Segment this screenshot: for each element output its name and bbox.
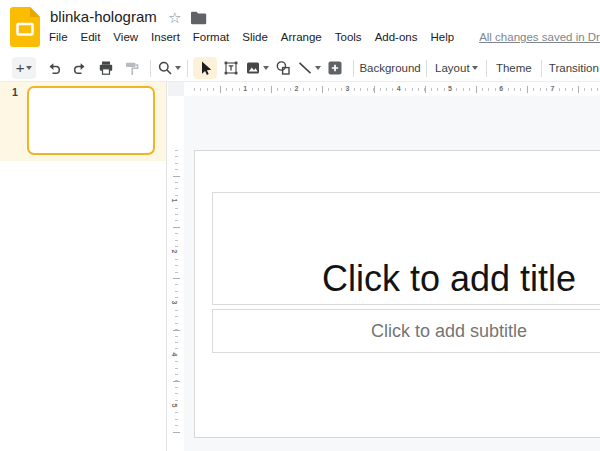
undo-button[interactable] <box>42 57 66 79</box>
print-button[interactable] <box>94 57 118 79</box>
redo-button[interactable] <box>68 57 92 79</box>
insert-shape-button[interactable] <box>271 57 295 79</box>
undo-icon <box>46 60 62 76</box>
horizontal-ruler: 1 2 3 4 5 6 7 <box>184 82 600 96</box>
subtitle-placeholder-text: Click to add subtitle <box>371 321 527 342</box>
ruler-number: 2 <box>293 84 299 93</box>
menu-tools[interactable]: Tools <box>335 31 362 43</box>
ruler-number: 2 <box>170 249 179 255</box>
slides-logo-icon[interactable] <box>10 7 40 47</box>
ruler-number: 5 <box>447 84 453 93</box>
new-slide-button[interactable]: + <box>12 57 36 79</box>
canvas-area: 1 2 3 4 5 6 7 1 2 3 4 5 Click to <box>168 82 600 451</box>
cursor-arrow-icon <box>197 60 213 76</box>
menu-file[interactable]: File <box>49 31 68 43</box>
layout-button[interactable]: Layout <box>433 57 480 79</box>
ruler-ticks <box>173 176 180 439</box>
document-title[interactable]: blinka-hologram <box>50 8 157 25</box>
slide-thumbnail-selected[interactable] <box>27 86 155 155</box>
background-button[interactable]: Background <box>360 57 420 79</box>
slide-canvas: Click to add title Click to add subtitle <box>184 96 600 451</box>
comment-button[interactable] <box>323 57 347 79</box>
menu-arrange[interactable]: Arrange <box>281 31 322 43</box>
ruler-ticks <box>220 86 600 93</box>
chevron-down-icon <box>315 66 321 70</box>
add-comment-icon <box>327 60 343 76</box>
shape-icon <box>275 60 291 76</box>
ruler-number: 4 <box>396 84 402 93</box>
toolbar: + <box>0 55 600 82</box>
star-icon[interactable]: ☆ <box>168 9 181 27</box>
slide-page[interactable]: Click to add title Click to add subtitle <box>194 150 600 438</box>
slide-filmstrip: 1 <box>0 82 167 451</box>
menu-slide[interactable]: Slide <box>242 31 268 43</box>
main-body: 1 1 2 3 4 5 6 7 1 2 3 <box>0 82 600 451</box>
toolbar-divider <box>541 60 542 77</box>
select-tool-button[interactable] <box>193 57 217 79</box>
redo-icon <box>72 60 88 76</box>
zoom-button[interactable] <box>157 57 181 79</box>
toolbar-divider <box>486 60 487 77</box>
plus-icon: + <box>16 60 25 75</box>
insert-line-button[interactable] <box>297 57 321 79</box>
menu-edit[interactable]: Edit <box>81 31 101 43</box>
menu-format[interactable]: Format <box>193 31 229 43</box>
chevron-down-icon <box>175 66 181 70</box>
paint-roller-icon <box>124 60 140 76</box>
menu-help[interactable]: Help <box>430 31 454 43</box>
google-slides-window: blinka-hologram ☆ File Edit View Insert … <box>0 0 600 451</box>
layout-button-label: Layout <box>435 62 470 74</box>
save-status-link[interactable]: All changes saved in Drive <box>479 31 600 43</box>
toolbar-divider <box>150 60 151 77</box>
paint-format-button[interactable] <box>120 57 144 79</box>
ruler-corner <box>168 82 184 96</box>
slide-number-label: 1 <box>12 86 18 98</box>
vertical-ruler: 1 2 3 4 5 <box>168 82 184 451</box>
ruler-number: 4 <box>170 352 179 358</box>
ruler-number: 1 <box>170 198 179 204</box>
title-placeholder-text: Click to add title <box>213 259 600 299</box>
chevron-down-icon <box>472 66 478 70</box>
image-icon <box>245 60 261 76</box>
ruler-number: 7 <box>549 84 555 93</box>
line-icon <box>297 60 313 76</box>
ruler-number: 1 <box>242 84 248 93</box>
insert-image-button[interactable] <box>245 57 269 79</box>
ruler-number: 6 <box>498 84 504 93</box>
text-box-icon <box>223 60 239 76</box>
ruler-number: 5 <box>170 403 179 409</box>
move-to-folder-icon[interactable] <box>190 11 207 25</box>
zoom-icon <box>157 60 173 76</box>
print-icon <box>98 60 114 76</box>
toolbar-divider <box>426 60 427 77</box>
transition-button[interactable]: Transition <box>548 57 600 79</box>
filmstrip-slide-row[interactable]: 1 <box>0 82 166 161</box>
ruler-number: 3 <box>345 84 351 93</box>
chevron-down-icon <box>26 66 32 70</box>
menu-insert[interactable]: Insert <box>151 31 180 43</box>
toolbar-divider <box>187 60 188 77</box>
menu-view[interactable]: View <box>113 31 138 43</box>
ruler-number: 3 <box>170 300 179 306</box>
theme-button[interactable]: Theme <box>493 57 536 79</box>
menu-bar: File Edit View Insert Format Slide Arran… <box>49 31 600 43</box>
subtitle-placeholder-box[interactable]: Click to add subtitle <box>212 309 600 353</box>
text-box-button[interactable] <box>219 57 243 79</box>
title-placeholder-box[interactable]: Click to add title <box>212 192 600 305</box>
menu-add-ons[interactable]: Add-ons <box>375 31 418 43</box>
chevron-down-icon <box>263 66 269 70</box>
toolbar-divider <box>353 60 354 77</box>
